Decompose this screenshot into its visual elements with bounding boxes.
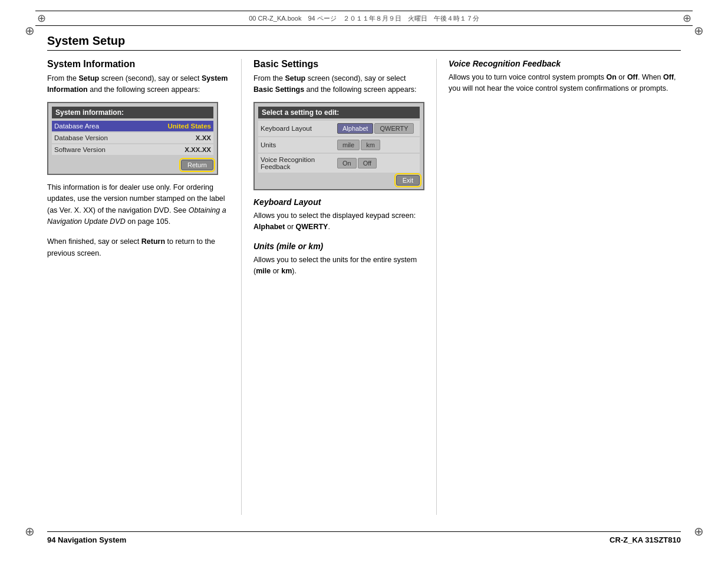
setup-word-middle: Setup (285, 74, 306, 82)
units-heading: Units (mile or km) (253, 242, 424, 251)
content-area: System Information From the Setup screen… (47, 59, 681, 515)
voice-rec-heading: Voice Recognition Feedback (449, 59, 681, 68)
kb-alphabet-bold: Alphabet (253, 223, 285, 231)
voice-rec-body: Allows you to turn voice control system … (449, 72, 681, 95)
screen-row-database-version: Database Version X.XX (52, 133, 213, 143)
km-bold: km (281, 267, 292, 275)
return-bold: Return (141, 237, 165, 246)
bs-row-keyboard: Keyboard Layout Alphabet QWERTY (258, 121, 420, 136)
bs-buttons-keyboard: Alphabet QWERTY (337, 123, 414, 134)
corner-crosshair-bl: ⊕ (22, 524, 37, 538)
exit-button-screen[interactable]: Exit (396, 175, 420, 186)
bs-buttons-voice: On Off (337, 158, 377, 168)
screen-footer-sys-info: Return (52, 157, 213, 170)
off-bold: Off (627, 73, 638, 81)
header-crosshair-right (681, 12, 693, 24)
screen-row-software-version: Software Version X.XX.XX (52, 144, 213, 155)
return-button-screen[interactable]: Return (181, 160, 213, 170)
screen-value-db-area: United States (168, 123, 212, 130)
on-bold: On (606, 73, 616, 81)
screen-label-sw-version: Software Version (54, 146, 185, 153)
obtaining-dvd-link: Obtaining a Navigation Update DVD (47, 206, 226, 226)
corner-crosshair-br: ⊕ (691, 524, 706, 538)
sys-info-screen: System information: Database Area United… (47, 102, 218, 175)
bs-btn-km[interactable]: km (361, 140, 380, 150)
bs-btn-on[interactable]: On (337, 158, 357, 168)
sys-info-screen-title: System information: (52, 107, 213, 118)
header-bar: 00 CR-Z_KA.book 94 ページ ２０１１年８月９日 火曜日 午後４… (35, 11, 693, 26)
basic-settings-heading: Basic Settings (253, 59, 424, 70)
corner-crosshair-tr: ⊕ (691, 24, 706, 38)
bs-btn-alphabet[interactable]: Alphabet (337, 123, 373, 134)
page-title: System Setup (47, 34, 125, 47)
bs-buttons-units: mile km (337, 140, 380, 150)
bs-btn-off[interactable]: Off (358, 158, 377, 168)
kb-qwerty-bold: QWERTY (296, 223, 328, 231)
bs-row-units: Units mile km (258, 137, 420, 153)
kb-layout-heading: Keyboard Layout (253, 197, 424, 207)
bs-label-keyboard: Keyboard Layout (261, 125, 337, 132)
corner-crosshair-tl: ⊕ (22, 24, 37, 38)
col-system-information: System Information From the Setup screen… (47, 59, 242, 515)
bs-screen-footer: Exit (258, 175, 420, 186)
screen-row-database-area: Database Area United States (52, 121, 213, 131)
screen-value-sw-version: X.XX.XX (185, 146, 211, 153)
units-body: Allows you to select the units for the e… (253, 254, 424, 277)
footer-model-code: CR-Z_KA 31SZT810 (610, 535, 681, 544)
bs-btn-mile[interactable]: mile (337, 140, 360, 150)
mile-bold: mile (256, 267, 271, 275)
footer-page-number: 94 Navigation System (47, 535, 126, 544)
sys-info-intro: From the Setup screen (second), say or s… (47, 73, 229, 96)
basic-settings-screen: Select a setting to edit: Keyboard Layou… (253, 102, 424, 190)
screen-value-db-version: X.XX (196, 134, 211, 141)
screen-label-db-version: Database Version (54, 134, 196, 141)
sys-info-bold: System Information (47, 74, 228, 94)
kb-layout-body: Allows you to select the displayed keypa… (253, 210, 424, 233)
basic-settings-bold: Basic Settings (253, 85, 304, 94)
header-japanese-text: 00 CR-Z_KA.book 94 ページ ２０１１年８月９日 火曜日 午後４… (47, 14, 681, 23)
page-footer: 94 Navigation System CR-Z_KA 31SZT810 (47, 531, 681, 544)
page-title-section: System Setup (47, 34, 681, 51)
sys-info-body2: When finished, say or select Return to r… (47, 236, 229, 259)
sys-info-body1: This information is for dealer use only.… (47, 182, 229, 228)
off-bold2: Off (663, 73, 674, 81)
bs-label-voice: Voice RecognitionFeedback (261, 156, 337, 170)
basic-settings-intro: From the Setup screen (second), say or s… (253, 73, 424, 96)
col-voice-recognition: Voice Recognition Feedback Allows you to… (437, 59, 681, 515)
col-basic-settings: Basic Settings From the Setup screen (se… (242, 59, 437, 515)
screen-label-db-area: Database Area (54, 123, 168, 130)
bs-btn-qwerty[interactable]: QWERTY (374, 123, 413, 134)
bs-screen-title: Select a setting to edit: (258, 107, 420, 118)
sys-info-heading: System Information (47, 59, 229, 70)
setup-word-left: Setup (79, 74, 100, 82)
bs-label-units: Units (261, 141, 337, 148)
bs-row-voice: Voice RecognitionFeedback On Off (258, 154, 420, 173)
header-crosshair-left (35, 12, 47, 24)
